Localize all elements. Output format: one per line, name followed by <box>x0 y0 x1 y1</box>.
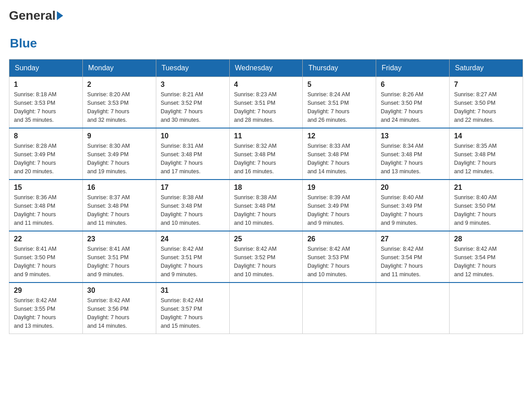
day-number: 29 <box>14 287 78 295</box>
logo: General Blue <box>9 9 64 50</box>
calendar-cell: 10Sunrise: 8:31 AMSunset: 3:48 PMDayligh… <box>156 128 229 180</box>
day-number: 10 <box>161 132 225 140</box>
day-info: Sunrise: 8:42 AMSunset: 3:54 PMDaylight:… <box>454 245 518 278</box>
day-number: 7 <box>454 81 518 89</box>
day-info: Sunrise: 8:38 AMSunset: 3:48 PMDaylight:… <box>161 193 225 227</box>
calendar-cell: 29Sunrise: 8:42 AMSunset: 3:55 PMDayligh… <box>9 283 83 334</box>
day-number: 4 <box>234 81 298 89</box>
day-number: 30 <box>87 287 151 295</box>
day-info: Sunrise: 8:34 AMSunset: 3:48 PMDaylight:… <box>381 142 445 176</box>
calendar-cell: 30Sunrise: 8:42 AMSunset: 3:56 PMDayligh… <box>82 283 156 334</box>
weekday-header-wednesday: Wednesday <box>229 60 303 77</box>
day-info: Sunrise: 8:26 AMSunset: 3:50 PMDaylight:… <box>381 90 445 124</box>
day-number: 11 <box>234 132 298 140</box>
day-info: Sunrise: 8:38 AMSunset: 3:48 PMDaylight:… <box>234 193 298 227</box>
day-info: Sunrise: 8:18 AMSunset: 3:53 PMDaylight:… <box>14 90 78 124</box>
calendar-cell <box>376 283 450 334</box>
day-number: 6 <box>381 81 445 89</box>
day-number: 26 <box>307 235 371 243</box>
day-number: 27 <box>381 235 445 243</box>
day-number: 18 <box>234 184 298 192</box>
calendar-cell: 18Sunrise: 8:38 AMSunset: 3:48 PMDayligh… <box>229 180 303 231</box>
logo-blue-text: Blue <box>10 36 37 50</box>
day-number: 31 <box>161 287 225 295</box>
logo-general-text: General <box>9 9 56 23</box>
calendar-cell: 24Sunrise: 8:42 AMSunset: 3:51 PMDayligh… <box>156 231 229 283</box>
day-info: Sunrise: 8:27 AMSunset: 3:50 PMDaylight:… <box>454 90 518 124</box>
day-info: Sunrise: 8:31 AMSunset: 3:48 PMDaylight:… <box>161 142 225 176</box>
calendar-cell: 25Sunrise: 8:42 AMSunset: 3:52 PMDayligh… <box>229 231 303 283</box>
day-number: 15 <box>14 184 78 192</box>
calendar-week-row: 22Sunrise: 8:41 AMSunset: 3:50 PMDayligh… <box>9 231 523 283</box>
weekday-header-row: SundayMondayTuesdayWednesdayThursdayFrid… <box>9 60 523 77</box>
calendar-table: SundayMondayTuesdayWednesdayThursdayFrid… <box>9 59 523 334</box>
day-info: Sunrise: 8:42 AMSunset: 3:54 PMDaylight:… <box>381 245 445 278</box>
day-info: Sunrise: 8:21 AMSunset: 3:52 PMDaylight:… <box>161 90 225 124</box>
calendar-week-row: 8Sunrise: 8:28 AMSunset: 3:49 PMDaylight… <box>9 128 523 180</box>
calendar-cell: 6Sunrise: 8:26 AMSunset: 3:50 PMDaylight… <box>376 77 450 128</box>
weekday-header-saturday: Saturday <box>450 60 523 77</box>
day-number: 23 <box>87 235 151 243</box>
calendar-cell: 19Sunrise: 8:39 AMSunset: 3:49 PMDayligh… <box>303 180 376 231</box>
calendar-week-row: 1Sunrise: 8:18 AMSunset: 3:53 PMDaylight… <box>9 77 523 128</box>
day-number: 2 <box>87 81 151 89</box>
day-info: Sunrise: 8:41 AMSunset: 3:50 PMDaylight:… <box>14 245 78 278</box>
day-info: Sunrise: 8:35 AMSunset: 3:48 PMDaylight:… <box>454 142 518 176</box>
day-info: Sunrise: 8:42 AMSunset: 3:52 PMDaylight:… <box>234 245 298 278</box>
day-info: Sunrise: 8:37 AMSunset: 3:48 PMDaylight:… <box>87 193 151 227</box>
calendar-cell <box>229 283 303 334</box>
day-number: 14 <box>454 132 518 140</box>
day-number: 20 <box>381 184 445 192</box>
day-number: 12 <box>307 132 371 140</box>
day-number: 1 <box>14 81 78 89</box>
day-info: Sunrise: 8:23 AMSunset: 3:51 PMDaylight:… <box>234 90 298 124</box>
day-info: Sunrise: 8:41 AMSunset: 3:51 PMDaylight:… <box>87 245 151 278</box>
day-number: 13 <box>381 132 445 140</box>
day-info: Sunrise: 8:20 AMSunset: 3:53 PMDaylight:… <box>87 90 151 124</box>
day-number: 17 <box>161 184 225 192</box>
day-info: Sunrise: 8:40 AMSunset: 3:49 PMDaylight:… <box>381 193 445 227</box>
calendar-cell: 17Sunrise: 8:38 AMSunset: 3:48 PMDayligh… <box>156 180 229 231</box>
calendar-cell: 14Sunrise: 8:35 AMSunset: 3:48 PMDayligh… <box>450 128 523 180</box>
calendar-cell <box>303 283 376 334</box>
day-number: 8 <box>14 132 78 140</box>
weekday-header-monday: Monday <box>82 60 156 77</box>
calendar-cell: 12Sunrise: 8:33 AMSunset: 3:48 PMDayligh… <box>303 128 376 180</box>
day-number: 5 <box>307 81 371 89</box>
day-info: Sunrise: 8:39 AMSunset: 3:49 PMDaylight:… <box>307 193 371 227</box>
calendar-cell: 5Sunrise: 8:24 AMSunset: 3:51 PMDaylight… <box>303 77 376 128</box>
weekday-header-sunday: Sunday <box>9 60 83 77</box>
calendar-cell: 23Sunrise: 8:41 AMSunset: 3:51 PMDayligh… <box>82 231 156 283</box>
weekday-header-friday: Friday <box>376 60 450 77</box>
day-number: 24 <box>161 235 225 243</box>
calendar-cell: 28Sunrise: 8:42 AMSunset: 3:54 PMDayligh… <box>450 231 523 283</box>
calendar-week-row: 29Sunrise: 8:42 AMSunset: 3:55 PMDayligh… <box>9 283 523 334</box>
calendar-cell: 21Sunrise: 8:40 AMSunset: 3:50 PMDayligh… <box>450 180 523 231</box>
day-number: 3 <box>161 81 225 89</box>
calendar-cell: 11Sunrise: 8:32 AMSunset: 3:48 PMDayligh… <box>229 128 303 180</box>
day-number: 16 <box>87 184 151 192</box>
day-info: Sunrise: 8:42 AMSunset: 3:55 PMDaylight:… <box>14 296 78 330</box>
calendar-cell: 4Sunrise: 8:23 AMSunset: 3:51 PMDaylight… <box>229 77 303 128</box>
calendar-cell: 31Sunrise: 8:42 AMSunset: 3:57 PMDayligh… <box>156 283 229 334</box>
weekday-header-thursday: Thursday <box>303 60 376 77</box>
day-number: 19 <box>307 184 371 192</box>
day-number: 21 <box>454 184 518 192</box>
calendar-cell: 8Sunrise: 8:28 AMSunset: 3:49 PMDaylight… <box>9 128 83 180</box>
day-number: 25 <box>234 235 298 243</box>
day-info: Sunrise: 8:28 AMSunset: 3:49 PMDaylight:… <box>14 142 78 176</box>
day-info: Sunrise: 8:30 AMSunset: 3:49 PMDaylight:… <box>87 142 151 176</box>
calendar-cell: 26Sunrise: 8:42 AMSunset: 3:53 PMDayligh… <box>303 231 376 283</box>
calendar-cell: 13Sunrise: 8:34 AMSunset: 3:48 PMDayligh… <box>376 128 450 180</box>
day-info: Sunrise: 8:33 AMSunset: 3:48 PMDaylight:… <box>307 142 371 176</box>
calendar-cell: 2Sunrise: 8:20 AMSunset: 3:53 PMDaylight… <box>82 77 156 128</box>
calendar-cell: 20Sunrise: 8:40 AMSunset: 3:49 PMDayligh… <box>376 180 450 231</box>
day-info: Sunrise: 8:42 AMSunset: 3:53 PMDaylight:… <box>307 245 371 278</box>
day-info: Sunrise: 8:36 AMSunset: 3:48 PMDaylight:… <box>14 193 78 227</box>
day-number: 9 <box>87 132 151 140</box>
day-number: 28 <box>454 235 518 243</box>
page-header: General Blue <box>9 9 523 50</box>
calendar-cell <box>450 283 523 334</box>
weekday-header-tuesday: Tuesday <box>156 60 229 77</box>
day-info: Sunrise: 8:42 AMSunset: 3:57 PMDaylight:… <box>161 296 225 330</box>
